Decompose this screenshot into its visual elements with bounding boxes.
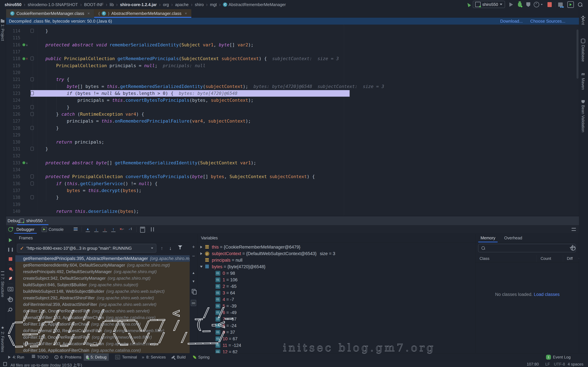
- line-number[interactable]: 135: [6, 173, 20, 180]
- line-number[interactable]: 130: [6, 139, 20, 145]
- code-line[interactable]: 115: [6, 34, 579, 41]
- toolwindow-button-spring[interactable]: Spring: [191, 353, 212, 361]
- code-line[interactable]: 116↓ protected abstract void rememberSer…: [6, 42, 579, 48]
- code-line[interactable]: 122 byte[] bytes = this.getRememberedSer…: [6, 83, 579, 90]
- code-editor[interactable]: 114 }115116↓ protected abstract void rem…: [6, 25, 579, 216]
- line-number[interactable]: 129: [6, 132, 20, 138]
- stack-frame-row[interactable]: createSubject:342, DefaultSecurityManage…: [15, 275, 190, 282]
- fold-marker-icon[interactable]: [31, 91, 34, 95]
- line-ending[interactable]: LF: [545, 362, 550, 367]
- file-encoding[interactable]: UTF-8: [554, 362, 565, 367]
- column-diff[interactable]: Diff: [567, 256, 573, 261]
- tab-overhead[interactable]: Overhead: [502, 234, 525, 242]
- code-line[interactable]: 135 protected PrincipalCollection conver…: [6, 173, 579, 180]
- code-line[interactable]: 125 }: [6, 104, 579, 111]
- sidebar-item-database[interactable]: Database: [581, 39, 585, 62]
- editor-tab[interactable]: CCookieRememberMeManager.class×: [6, 9, 94, 18]
- debug-button[interactable]: [517, 1, 523, 8]
- line-number[interactable]: 138: [6, 194, 20, 201]
- line-number[interactable]: 139: [6, 201, 20, 208]
- stack-frame-row[interactable]: resolvePrincipals:492, DefaultSecurityMa…: [15, 268, 190, 275]
- sidebar-item-structure[interactable]: 7: Structure: [0, 271, 5, 297]
- duplicate-watch-icon[interactable]: [190, 289, 197, 293]
- code-line[interactable]: 120: [6, 69, 579, 76]
- code-line[interactable]: 127 principals = this.onRememberedPrinci…: [6, 118, 579, 125]
- code-line[interactable]: 121 try {: [6, 76, 579, 83]
- caret-position[interactable]: 107:80: [527, 362, 539, 367]
- code-line[interactable]: 118↑ public PrincipalCollection getRemem…: [6, 55, 579, 62]
- fold-marker-icon[interactable]: [31, 195, 34, 199]
- variable-row[interactable]: bytes = {byte[4720]@6548}: [197, 263, 476, 270]
- stop-button[interactable]: [546, 1, 553, 8]
- show-watches-toggle[interactable]: ∞: [190, 300, 197, 306]
- code-line[interactable]: 124 principals = this.convertBytesToPrin…: [6, 97, 579, 104]
- code-line[interactable]: 140 return this.deserialize(bytes);: [6, 208, 579, 215]
- close-icon[interactable]: ×: [185, 11, 187, 16]
- run-anything-icon[interactable]: [567, 1, 574, 8]
- show-execution-point-icon[interactable]: ▲: [85, 227, 91, 232]
- prev-frame-icon[interactable]: ↑: [161, 245, 163, 251]
- code-line[interactable]: 139: [6, 201, 579, 208]
- chevron-right-icon[interactable]: [200, 252, 202, 255]
- layout-settings-icon[interactable]: [150, 227, 155, 232]
- overrides-icon[interactable]: ↑: [22, 57, 28, 60]
- code-line[interactable]: 129: [6, 132, 579, 138]
- line-number[interactable]: 117: [6, 48, 20, 55]
- view-breakpoints-icon[interactable]: [6, 267, 15, 270]
- sidebar-item-maven[interactable]: mMaven: [581, 71, 585, 90]
- fold-marker-icon[interactable]: [31, 147, 34, 151]
- line-number[interactable]: 115: [6, 34, 20, 41]
- fold-marker-icon[interactable]: [31, 77, 34, 81]
- tab-console[interactable]: ▶Console: [40, 225, 65, 234]
- line-number[interactable]: 121: [6, 76, 20, 83]
- variable-row[interactable]: 011 = 106: [197, 276, 476, 283]
- evaluate-expression-icon[interactable]: [140, 227, 145, 232]
- variable-row[interactable]: 010 = 98: [197, 270, 476, 276]
- stack-frame-row[interactable]: getRememberedIdentity:604, DefaultSecuri…: [15, 262, 190, 268]
- run-button[interactable]: [508, 1, 515, 8]
- line-number[interactable]: 114: [6, 27, 20, 34]
- profiler-button[interactable]: [533, 1, 540, 8]
- close-icon[interactable]: ×: [44, 218, 46, 223]
- line-number[interactable]: 127: [6, 118, 20, 125]
- variable-row[interactable]: 018 = -24: [197, 322, 476, 329]
- breadcrumb-item[interactable]: org: [163, 2, 169, 7]
- breadcrumb-item[interactable]: shiro-core-1.2.4.jar: [120, 2, 157, 7]
- stack-frame-row[interactable]: doFilter:166, ApplicationFilterChain(org…: [15, 347, 190, 353]
- mute-breakpoints-icon[interactable]: [6, 277, 15, 280]
- code-line[interactable]: 132: [6, 152, 579, 159]
- camera-icon[interactable]: [6, 287, 15, 291]
- variable-row[interactable]: 019 = 37: [197, 329, 476, 335]
- breadcrumb[interactable]: shiro550›shirodemo-1.0-SNAPSHOT›BOOT-INF…: [5, 0, 286, 9]
- variable-row[interactable]: 013 = 64: [197, 290, 476, 296]
- next-frame-icon[interactable]: ↓: [169, 245, 172, 251]
- breadcrumb-item[interactable]: BOOT-INF: [84, 2, 104, 7]
- search-everywhere-icon[interactable]: [577, 1, 583, 8]
- restore-layout-icon[interactable]: [571, 227, 577, 232]
- current-debug-line[interactable]: 123 if (bytes != null && bytes.length > …: [6, 90, 579, 97]
- breadcrumb-item[interactable]: mgt: [210, 2, 217, 7]
- column-count[interactable]: Count: [541, 256, 551, 261]
- remove-watch-icon[interactable]: −: [190, 253, 197, 259]
- tab-debugger[interactable]: Debugger: [14, 225, 37, 234]
- filter-frames-icon[interactable]: [178, 245, 182, 248]
- column-class[interactable]: Class: [480, 256, 489, 261]
- line-number[interactable]: 120: [6, 69, 20, 76]
- variable-row[interactable]: 0110 = 67: [197, 335, 476, 342]
- fold-marker-icon[interactable]: [31, 182, 34, 185]
- pause-button[interactable]: [6, 248, 15, 252]
- stack-frame-row[interactable]: getRememberedPrincipals:395, AbstractRem…: [15, 255, 190, 262]
- resume-button[interactable]: [6, 238, 15, 242]
- code-line[interactable]: 114 }: [6, 27, 579, 34]
- code-line[interactable]: 138 }: [6, 194, 579, 201]
- editor-scrollbar[interactable]: [577, 30, 579, 79]
- line-number[interactable]: 123: [6, 90, 20, 97]
- run-config-select[interactable]: shiro550: [473, 1, 505, 8]
- variable-row[interactable]: this = {CookieRememberMeManager@6479}: [197, 244, 476, 250]
- toolwindow-button-8-services[interactable]: »8: Services: [139, 353, 168, 361]
- toolwindow-button-todo[interactable]: TODO: [30, 353, 51, 361]
- toolwindow-button-4-run[interactable]: 4: Run: [6, 353, 26, 361]
- drop-frame-icon[interactable]: ×⌐: [119, 227, 125, 232]
- line-number[interactable]: 125: [6, 104, 20, 111]
- line-number[interactable]: 122: [6, 83, 20, 90]
